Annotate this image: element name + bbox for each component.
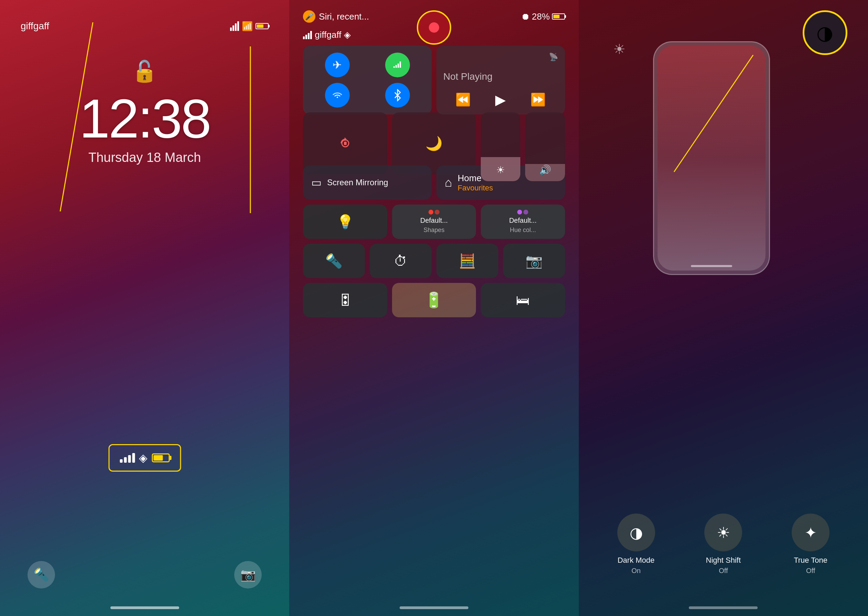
calculator-button[interactable]: 🧮 [436,244,498,278]
brightness-annotation-circle [417,10,451,45]
cc-signal-icon [303,31,312,39]
siri-indicator: 🎤 Siri, recent... [303,10,369,23]
true-tone-option[interactable]: ✦ True Tone Off [792,514,829,575]
control-center-panel: 🎤 Siri, recent... ⏺ 28% giffgaff ◈ [289,0,579,616]
cc-media-top: 📡 [443,53,558,61]
hue-dots-2 [517,210,528,215]
dark-mode-icon-circle: ◑ [816,22,833,44]
volume-slider-icon: 🔊 [539,164,551,176]
carrier-label: giffgaff [20,20,49,31]
display-mode-annotation-circle: ◑ [803,10,848,55]
airplane-mode-button[interactable]: ✈ [325,53,350,77]
home-icon: ⌂ [445,175,452,190]
phone-mockup [653,41,770,275]
siri-mic-icon: 🎤 [303,10,315,23]
hue-colors-button[interactable]: Default... Hue col... [481,204,565,239]
charging-icon: ⏺ [521,11,530,22]
cc-media-icon: 📡 [549,53,558,61]
brightness-slider-icon: ☀ [496,164,505,176]
home-indicator-display [689,607,758,609]
true-tone-label: True Tone [794,555,827,566]
phone-body [653,41,770,275]
rewind-button[interactable]: ⏪ [455,93,471,107]
dark-mode-btn-icon: ◑ [630,524,643,541]
screen-mirror-label: Screen Mirroring [327,178,388,187]
play-button[interactable]: ▶ [495,92,506,108]
lock-icon: 🔓 [132,59,157,83]
cc-carrier: giffgaff [314,30,341,40]
true-tone-icon: ✦ [804,524,817,541]
status-icons: 📶 [230,21,269,31]
signal-icon [230,21,239,31]
screen-mirror-icon: ▭ [311,176,322,189]
status-bar: giffgaff 📶 [14,20,275,31]
night-shift-sub: Off [719,567,728,575]
brightness-slider[interactable]: ☀ [481,112,520,181]
dark-mode-button[interactable]: ◑ [617,514,655,552]
lock-date: Thursday 18 March [88,150,201,165]
timer-button[interactable]: ⏱ [370,244,432,278]
lock-icon-container: 🔓 [132,59,157,83]
cc-quick-row: 🔦 ⏱ 🧮 📷 [303,244,565,278]
battery-small [552,13,565,20]
hue-shapes-button[interactable]: Default... Shapes [392,204,476,239]
camera-quick-button[interactable]: 📷 [503,244,565,278]
do-not-disturb-button[interactable]: 🌙 [392,112,476,174]
night-shift-label: Night Shift [706,555,741,566]
phone-home-bar [691,265,732,267]
night-shift-button[interactable]: ☀ [704,514,742,552]
cc-media-controls: ⏪ ▶ ⏩ [443,92,558,108]
cc-hue-row: 💡 Default... Shapes Default... Hue c [303,204,565,239]
siri-text: Siri, recent... [319,11,369,22]
fastforward-button[interactable]: ⏩ [530,93,546,107]
cc-row-connectivity-media: ✈ [303,46,565,108]
cc-sliders-pair: ☀ 🔊 [481,112,565,174]
battery-icon [256,23,269,29]
svg-rect-1 [344,141,347,145]
display-options-row: ◑ Dark Mode On ☀ Night Shift Off ✦ True … [579,514,868,575]
wifi-toggle-button[interactable] [325,83,350,108]
dark-mode-option[interactable]: ◑ Dark Mode On [617,514,655,575]
true-tone-button[interactable]: ✦ [792,514,829,552]
lock-time: 12:38 [79,87,210,150]
volume-slider[interactable]: 🔊 [525,112,565,181]
battery-widget-button[interactable]: 🔋 [392,283,476,317]
cc-wifi-small: ◈ [344,30,351,40]
cellular-data-button[interactable] [385,53,410,77]
torch-quick-button[interactable]: 🔦 [303,244,365,278]
sun-brightness-icon: ☀ [613,41,626,57]
night-shift-icon: ☀ [717,524,730,541]
hue-shapes-sub: Shapes [423,226,444,234]
cc-connectivity-panel: ✈ [303,46,432,115]
true-tone-sub: Off [806,567,815,575]
hue-dots-1 [428,210,440,215]
cc-media-player: 📡 Not Playing ⏪ ▶ ⏩ [436,46,565,115]
hue-colors-sub: Hue col... [509,226,536,234]
home-sub: Favourites [458,184,493,193]
rotation-lock-button[interactable] [303,112,387,174]
lock-screen-panel: giffgaff 📶 🔓 12:38 Thursday 18 March [0,0,289,616]
home-scenes-button[interactable]: 💡 [303,204,387,239]
cc-bottom-row: 🎛 🔋 🛏 [303,283,565,317]
display-options-panel: ☀ ◑ ◑ Dark Mode On ☀ Night Shift Off [579,0,868,616]
wifi-icon: 📶 [242,21,253,31]
battery-percent: 28% [532,11,550,22]
hue-shapes-label: Default... [420,217,448,225]
battery-widget-icon: 🔋 [425,291,443,309]
dark-mode-label: Dark Mode [618,555,655,566]
bluetooth-button[interactable] [385,83,410,108]
screen-mirroring-button[interactable]: ▭ Screen Mirroring [303,165,432,200]
cc-media-title: Not Playing [443,71,558,82]
cc-row-dnd: 🌙 ☀ 🔊 [303,112,565,160]
bed-button[interactable]: 🛏 [481,283,565,317]
night-shift-option[interactable]: ☀ Night Shift Off [704,514,742,575]
cc-controls-layout: ✈ [303,46,565,596]
hue-colors-label: Default... [509,217,536,225]
phone-screen [657,46,766,270]
remote-button[interactable]: 🎛 [303,283,387,317]
brightness-dot [429,22,439,33]
cc-battery-bar: ⏺ 28% [521,11,565,22]
dark-mode-sub: On [631,567,641,575]
